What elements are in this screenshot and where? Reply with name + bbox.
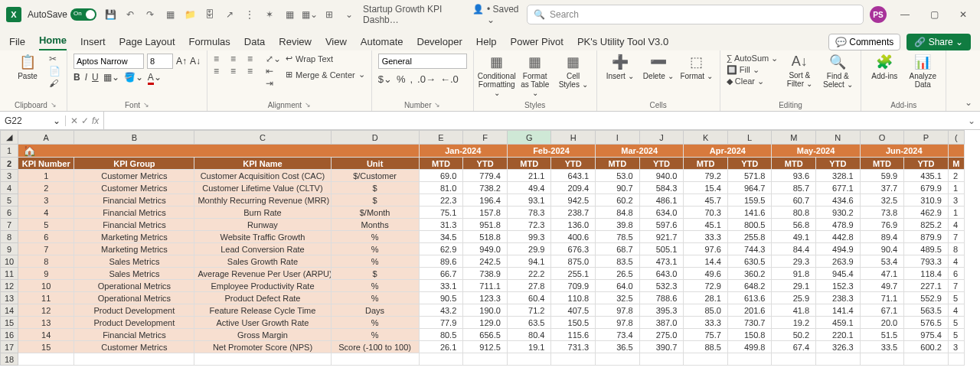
tab-data[interactable]: Data (244, 36, 265, 50)
col-header-partial[interactable]: ( (948, 131, 964, 145)
cell[interactable]: % (331, 317, 419, 329)
cell[interactable]: 39.8 (596, 219, 640, 231)
cell[interactable]: 91.8 (772, 268, 816, 280)
cell[interactable]: 930.2 (816, 207, 861, 219)
tab-insert[interactable]: Insert (80, 36, 106, 50)
cell[interactable]: 73.4 (596, 329, 640, 341)
cell[interactable]: 942.5 (551, 194, 596, 207)
comments-button[interactable]: 💬 Comments (828, 34, 900, 50)
indent-inc-icon[interactable]: ⇥ (266, 78, 281, 89)
cell[interactable]: 69.0 (419, 170, 463, 182)
cell[interactable]: 56.8 (772, 219, 816, 231)
cell[interactable]: 825.2 (904, 219, 949, 231)
cell[interactable]: 70.3 (684, 207, 728, 219)
indent-dec-icon[interactable]: ⇤ (266, 66, 281, 76)
row-header-4[interactable]: 4 (1, 182, 18, 194)
cell[interactable]: 360.2 (727, 268, 772, 280)
cell[interactable] (463, 353, 508, 366)
col-header-N[interactable]: N (816, 131, 861, 145)
cell[interactable]: 5 (18, 219, 74, 231)
cell[interactable]: 19.1 (507, 341, 551, 353)
clear-button[interactable]: ◆ Clear ⌄ (727, 76, 779, 86)
cell[interactable]: 800.5 (727, 219, 772, 231)
orientation-icon[interactable]: ⤢⌄ (266, 54, 281, 64)
cell[interactable]: 3 (948, 341, 964, 353)
cell[interactable]: 407.5 (551, 304, 596, 317)
cell[interactable]: 1 (948, 182, 964, 194)
cell[interactable]: 5 (948, 292, 964, 304)
name-box[interactable]: G22⌄ (0, 115, 66, 126)
cell[interactable]: 6 (18, 231, 74, 243)
cell[interactable]: 49.7 (860, 280, 904, 292)
cell[interactable]: 37.7 (860, 182, 904, 194)
cell[interactable]: 630.5 (727, 255, 772, 268)
cell[interactable]: 90.7 (596, 182, 640, 194)
cell[interactable]: 328.1 (816, 170, 861, 182)
alignment-launcher-icon[interactable]: ↘ (305, 101, 311, 109)
col-header-P[interactable]: P (904, 131, 949, 145)
cell[interactable]: 49.6 (684, 268, 728, 280)
tab-utility[interactable]: PK's Utility Tool V3.0 (577, 36, 668, 50)
cell[interactable]: 11 (18, 292, 74, 304)
cell[interactable]: 220.1 (816, 329, 861, 341)
qat-icon-6[interactable]: ✶ (262, 7, 277, 22)
redo-icon[interactable]: ↷ (142, 7, 158, 22)
fill-color-button[interactable]: 🪣⌄ (124, 72, 143, 83)
cell[interactable]: 73.8 (860, 207, 904, 219)
cell[interactable]: 744.3 (727, 243, 772, 255)
cell[interactable]: 152.3 (816, 280, 861, 292)
cell[interactable]: Lead Conversion Rate (194, 243, 331, 255)
align-center-icon[interactable]: ≡ (230, 66, 244, 76)
addins-button[interactable]: 🧩Add-ins (867, 54, 901, 80)
cell[interactable]: 34.5 (419, 231, 463, 243)
qat-icon-3[interactable]: 🗄 (202, 7, 217, 22)
cell[interactable]: 80.5 (419, 329, 463, 341)
cell[interactable]: 390.7 (639, 341, 684, 353)
cell[interactable]: 84.4 (772, 243, 816, 255)
cell[interactable]: 8 (948, 243, 964, 255)
save-status[interactable]: 👤• Saved ⌄ (472, 4, 521, 25)
cell[interactable]: Runway (194, 219, 331, 231)
clipboard-launcher-icon[interactable]: ↘ (51, 101, 57, 109)
cell[interactable]: 26.1 (419, 341, 463, 353)
align-mid-icon[interactable]: ≡ (230, 54, 244, 64)
cell[interactable]: 78.3 (507, 207, 551, 219)
format-cells-button[interactable]: ⬚Format ⌄ (680, 54, 714, 80)
cell[interactable]: 33.3 (684, 231, 728, 243)
cell[interactable]: 20.0 (860, 317, 904, 329)
cell[interactable]: % (331, 243, 419, 255)
row-header-9[interactable]: 9 (1, 243, 18, 255)
cell[interactable]: Product Development (74, 317, 194, 329)
cell[interactable]: Sales Metrics (74, 268, 194, 280)
cell[interactable]: 90.4 (860, 243, 904, 255)
cell[interactable]: Feature Release Cycle Time (194, 304, 331, 317)
cell[interactable]: 6 (948, 268, 964, 280)
cell[interactable]: 1 (948, 207, 964, 219)
cell[interactable]: Active User Growth Rate (194, 317, 331, 329)
cell[interactable]: 60.2 (596, 194, 640, 207)
font-size-select[interactable] (147, 54, 173, 69)
dec-decimal-icon[interactable]: ←.0 (440, 73, 459, 85)
qat-icon-8[interactable]: ▦⌄ (302, 7, 317, 22)
share-button[interactable]: 🔗 Share ⌄ (906, 34, 971, 50)
find-select-button[interactable]: 🔍Find & Select ⌄ (821, 54, 854, 89)
cell[interactable]: 66.7 (419, 268, 463, 280)
cell[interactable] (684, 353, 728, 366)
cell[interactable]: 49.4 (507, 182, 551, 194)
row-header-14[interactable]: 14 (1, 304, 18, 317)
cell[interactable]: 434.6 (816, 194, 861, 207)
col-header-M[interactable]: M (772, 131, 816, 145)
enter-formula-icon[interactable]: ✓ (81, 115, 89, 126)
cell[interactable]: 26.5 (596, 268, 640, 280)
insert-cells-button[interactable]: ➕Insert ⌄ (603, 54, 637, 80)
cell[interactable]: 89.6 (419, 255, 463, 268)
cell[interactable]: 29.9 (507, 243, 551, 255)
col-header-F[interactable]: F (463, 131, 508, 145)
fx-icon[interactable]: fx (92, 115, 99, 126)
currency-icon[interactable]: $⌄ (378, 73, 392, 85)
cell[interactable]: % (331, 231, 419, 243)
cell[interactable]: 563.5 (904, 304, 949, 317)
cell[interactable]: Website Traffic Growth (194, 231, 331, 243)
cell[interactable]: 576.5 (904, 317, 949, 329)
cell[interactable]: 709.9 (551, 280, 596, 292)
